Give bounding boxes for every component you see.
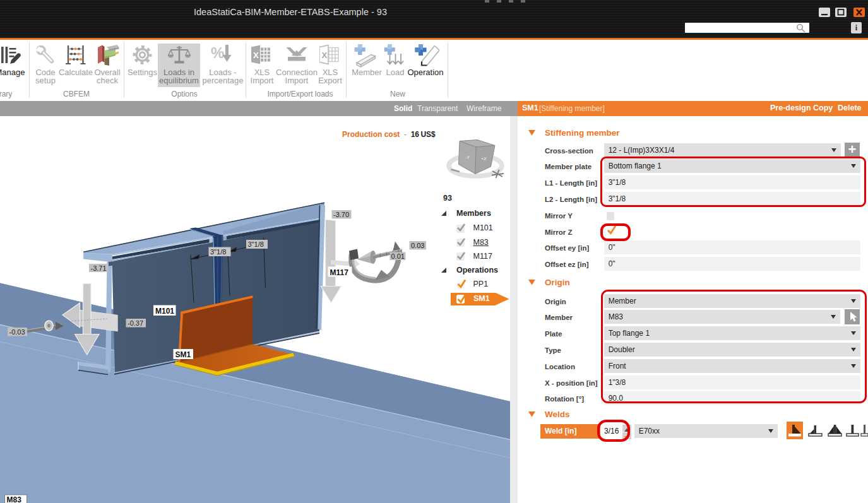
svg-text:3"1/8: 3"1/8 — [210, 248, 226, 256]
svg-text:+X: +X — [481, 156, 487, 160]
svg-text:3"1/8: 3"1/8 — [248, 240, 264, 248]
svg-text:0.01: 0.01 — [391, 252, 405, 259]
svg-text:X: X — [253, 50, 259, 59]
svg-text:M83: M83 — [7, 495, 22, 503]
svg-text:-3.71: -3.71 — [91, 264, 107, 271]
svg-text:M117: M117 — [330, 268, 349, 276]
svg-text:%: % — [211, 44, 224, 61]
svg-text:-3.70: -3.70 — [333, 210, 349, 218]
svg-text:-0.37: -0.37 — [128, 319, 143, 326]
svg-text:X: X — [322, 50, 328, 59]
svg-text:-0.03: -0.03 — [9, 328, 25, 335]
svg-text:0.03: 0.03 — [411, 241, 424, 249]
svg-text:SM1: SM1 — [175, 350, 191, 358]
svg-text:M101: M101 — [155, 306, 174, 315]
